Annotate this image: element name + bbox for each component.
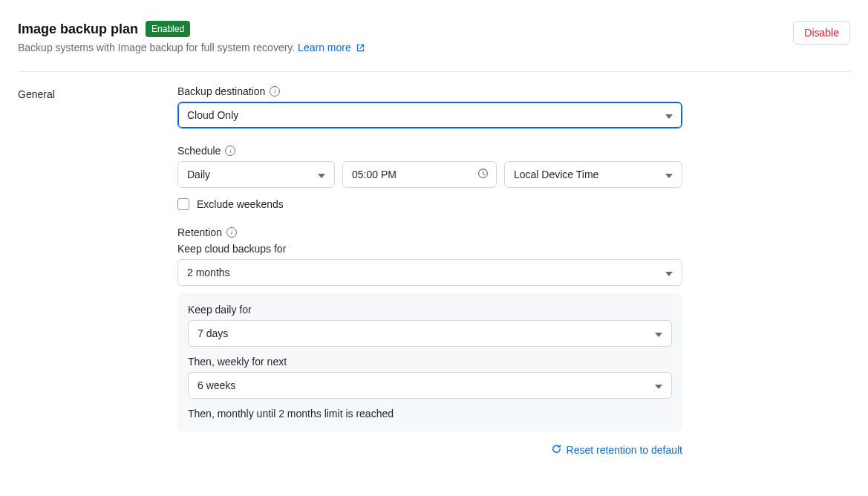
divider (18, 71, 850, 72)
svg-marker-6 (655, 385, 662, 389)
chevron-down-icon (655, 327, 662, 339)
clock-icon (477, 168, 489, 181)
svg-marker-0 (665, 114, 673, 119)
disable-button[interactable]: Disable (793, 21, 850, 45)
reset-retention-link[interactable]: Reset retention to default (551, 443, 682, 457)
external-link-icon (356, 43, 365, 55)
chevron-down-icon (655, 379, 662, 391)
time-input[interactable]: 05:00 PM (342, 161, 497, 188)
keep-cloud-value: 2 months (187, 267, 230, 278)
weekly-label: Then, weekly for next (188, 356, 672, 368)
info-icon[interactable]: i (226, 227, 237, 238)
reset-row: Reset retention to default (177, 443, 682, 457)
exclude-weekends-label: Exclude weekends (197, 198, 284, 210)
destination-select[interactable]: Cloud Only (177, 102, 682, 128)
header: Image backup plan Enabled Backup systems… (18, 21, 850, 55)
svg-marker-1 (318, 174, 325, 178)
destination-label-text: Backup destination (177, 85, 265, 97)
exclude-weekends-checkbox[interactable] (177, 198, 189, 210)
description-text: Backup systems with Image backup for ful… (18, 42, 295, 53)
time-value: 05:00 PM (352, 169, 397, 180)
general-section: General Backup destination i Cloud Only … (18, 85, 850, 457)
timezone-select[interactable]: Local Device Time (504, 161, 682, 188)
chevron-down-icon (665, 267, 673, 278)
destination-label: Backup destination i (177, 85, 682, 97)
keep-cloud-select[interactable]: 2 months (177, 259, 682, 286)
exclude-weekends-row: Exclude weekends (177, 198, 682, 210)
page-description: Backup systems with Image backup for ful… (18, 42, 365, 55)
learn-more-label: Learn more (298, 42, 351, 53)
refresh-icon (551, 443, 562, 457)
frequency-value: Daily (187, 169, 210, 180)
weekly-select[interactable]: 6 weeks (188, 372, 672, 399)
schedule-group: Schedule i Daily 05:00 PM (177, 145, 682, 210)
keep-daily-select[interactable]: 7 days (188, 320, 672, 347)
section-label: General (18, 85, 177, 100)
header-left: Image backup plan Enabled Backup systems… (18, 21, 365, 55)
retention-label-text: Retention (177, 226, 222, 238)
schedule-label: Schedule i (177, 145, 682, 157)
schedule-label-text: Schedule (177, 145, 221, 157)
svg-marker-3 (665, 174, 673, 178)
status-badge: Enabled (146, 21, 190, 37)
chevron-down-icon (665, 169, 673, 180)
keep-daily-label: Keep daily for (188, 304, 672, 316)
retention-group: Retention i Keep cloud backups for 2 mon… (177, 226, 682, 457)
keep-daily-value: 7 days (198, 327, 228, 339)
reset-retention-label: Reset retention to default (567, 444, 682, 456)
retention-label: Retention i (177, 226, 682, 238)
destination-group: Backup destination i Cloud Only (177, 85, 682, 128)
weekly-value: 6 weeks (198, 379, 235, 391)
monthly-note: Then, monthly until 2 months limit is re… (188, 408, 672, 420)
page-title: Image backup plan (18, 22, 138, 37)
title-line: Image backup plan Enabled (18, 21, 365, 37)
frequency-select[interactable]: Daily (177, 161, 335, 188)
learn-more-link[interactable]: Learn more (298, 42, 365, 53)
svg-marker-5 (655, 333, 662, 337)
destination-value: Cloud Only (187, 109, 238, 121)
timezone-value: Local Device Time (514, 169, 598, 180)
chevron-down-icon (318, 169, 325, 180)
chevron-down-icon (665, 109, 673, 121)
schedule-row: Daily 05:00 PM Local Device Tim (177, 161, 682, 188)
retention-detail-box: Keep daily for 7 days Then, weekly for n… (177, 293, 682, 431)
keep-cloud-label: Keep cloud backups for (177, 243, 682, 255)
info-icon[interactable]: i (225, 146, 235, 156)
section-content: Backup destination i Cloud Only Schedule… (177, 85, 682, 457)
info-icon[interactable]: i (270, 86, 280, 97)
svg-marker-4 (665, 272, 673, 276)
